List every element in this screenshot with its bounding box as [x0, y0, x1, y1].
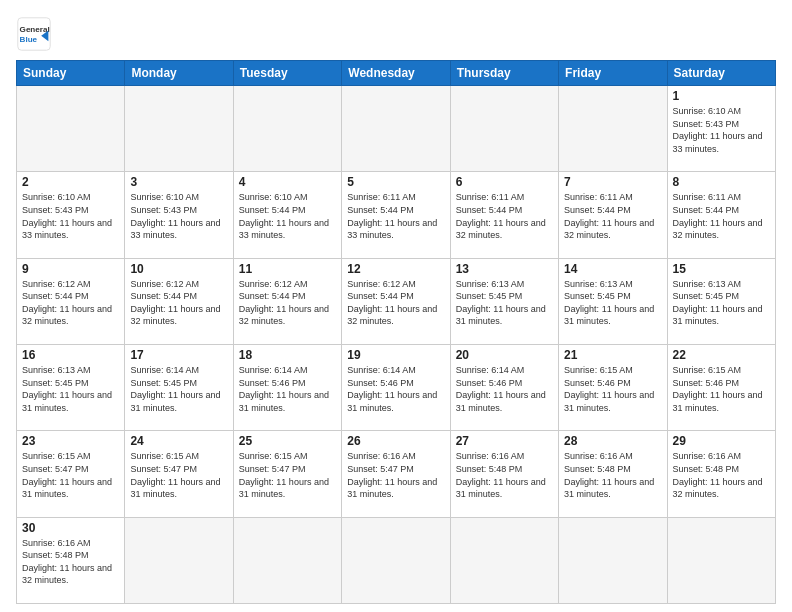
- logo-icon: General Blue: [16, 16, 52, 52]
- day-cell: 18Sunrise: 6:14 AM Sunset: 5:46 PM Dayli…: [233, 344, 341, 430]
- week-row-1: 2Sunrise: 6:10 AM Sunset: 5:43 PM Daylig…: [17, 172, 776, 258]
- day-number: 18: [239, 348, 336, 362]
- calendar-page: General Blue SundayMondayTuesdayWednesda…: [0, 0, 792, 612]
- day-cell: [667, 517, 775, 603]
- day-number: 13: [456, 262, 553, 276]
- day-cell: [450, 86, 558, 172]
- day-cell: 1Sunrise: 6:10 AM Sunset: 5:43 PM Daylig…: [667, 86, 775, 172]
- day-info: Sunrise: 6:10 AM Sunset: 5:43 PM Dayligh…: [22, 191, 119, 241]
- header-cell-monday: Monday: [125, 61, 233, 86]
- header-row: SundayMondayTuesdayWednesdayThursdayFrid…: [17, 61, 776, 86]
- day-cell: 11Sunrise: 6:12 AM Sunset: 5:44 PM Dayli…: [233, 258, 341, 344]
- day-cell: 27Sunrise: 6:16 AM Sunset: 5:48 PM Dayli…: [450, 431, 558, 517]
- day-cell: [233, 517, 341, 603]
- day-number: 16: [22, 348, 119, 362]
- day-cell: [17, 86, 125, 172]
- day-info: Sunrise: 6:14 AM Sunset: 5:46 PM Dayligh…: [239, 364, 336, 414]
- week-row-3: 16Sunrise: 6:13 AM Sunset: 5:45 PM Dayli…: [17, 344, 776, 430]
- day-info: Sunrise: 6:12 AM Sunset: 5:44 PM Dayligh…: [130, 278, 227, 328]
- day-number: 30: [22, 521, 119, 535]
- day-info: Sunrise: 6:16 AM Sunset: 5:48 PM Dayligh…: [456, 450, 553, 500]
- day-cell: 5Sunrise: 6:11 AM Sunset: 5:44 PM Daylig…: [342, 172, 450, 258]
- day-cell: [450, 517, 558, 603]
- day-cell: 28Sunrise: 6:16 AM Sunset: 5:48 PM Dayli…: [559, 431, 667, 517]
- day-cell: [125, 86, 233, 172]
- day-number: 2: [22, 175, 119, 189]
- day-info: Sunrise: 6:16 AM Sunset: 5:48 PM Dayligh…: [564, 450, 661, 500]
- day-number: 3: [130, 175, 227, 189]
- day-cell: 3Sunrise: 6:10 AM Sunset: 5:43 PM Daylig…: [125, 172, 233, 258]
- logo: General Blue: [16, 16, 58, 52]
- day-cell: 30Sunrise: 6:16 AM Sunset: 5:48 PM Dayli…: [17, 517, 125, 603]
- day-info: Sunrise: 6:13 AM Sunset: 5:45 PM Dayligh…: [22, 364, 119, 414]
- day-cell: [559, 86, 667, 172]
- header-cell-tuesday: Tuesday: [233, 61, 341, 86]
- day-cell: 14Sunrise: 6:13 AM Sunset: 5:45 PM Dayli…: [559, 258, 667, 344]
- day-cell: 20Sunrise: 6:14 AM Sunset: 5:46 PM Dayli…: [450, 344, 558, 430]
- day-info: Sunrise: 6:12 AM Sunset: 5:44 PM Dayligh…: [347, 278, 444, 328]
- day-number: 25: [239, 434, 336, 448]
- day-cell: 12Sunrise: 6:12 AM Sunset: 5:44 PM Dayli…: [342, 258, 450, 344]
- day-cell: 16Sunrise: 6:13 AM Sunset: 5:45 PM Dayli…: [17, 344, 125, 430]
- day-cell: [125, 517, 233, 603]
- day-number: 19: [347, 348, 444, 362]
- day-cell: 15Sunrise: 6:13 AM Sunset: 5:45 PM Dayli…: [667, 258, 775, 344]
- day-number: 17: [130, 348, 227, 362]
- day-number: 5: [347, 175, 444, 189]
- day-number: 1: [673, 89, 770, 103]
- svg-text:Blue: Blue: [20, 35, 38, 44]
- day-cell: 21Sunrise: 6:15 AM Sunset: 5:46 PM Dayli…: [559, 344, 667, 430]
- day-number: 6: [456, 175, 553, 189]
- day-info: Sunrise: 6:12 AM Sunset: 5:44 PM Dayligh…: [22, 278, 119, 328]
- day-number: 29: [673, 434, 770, 448]
- day-cell: 2Sunrise: 6:10 AM Sunset: 5:43 PM Daylig…: [17, 172, 125, 258]
- day-number: 20: [456, 348, 553, 362]
- day-info: Sunrise: 6:15 AM Sunset: 5:47 PM Dayligh…: [239, 450, 336, 500]
- day-number: 24: [130, 434, 227, 448]
- day-cell: [559, 517, 667, 603]
- day-cell: 25Sunrise: 6:15 AM Sunset: 5:47 PM Dayli…: [233, 431, 341, 517]
- day-number: 15: [673, 262, 770, 276]
- day-number: 12: [347, 262, 444, 276]
- day-number: 11: [239, 262, 336, 276]
- day-cell: [342, 517, 450, 603]
- day-cell: [342, 86, 450, 172]
- day-cell: 29Sunrise: 6:16 AM Sunset: 5:48 PM Dayli…: [667, 431, 775, 517]
- day-info: Sunrise: 6:16 AM Sunset: 5:48 PM Dayligh…: [673, 450, 770, 500]
- day-info: Sunrise: 6:15 AM Sunset: 5:46 PM Dayligh…: [673, 364, 770, 414]
- day-number: 14: [564, 262, 661, 276]
- day-info: Sunrise: 6:15 AM Sunset: 5:47 PM Dayligh…: [130, 450, 227, 500]
- week-row-5: 30Sunrise: 6:16 AM Sunset: 5:48 PM Dayli…: [17, 517, 776, 603]
- day-info: Sunrise: 6:16 AM Sunset: 5:47 PM Dayligh…: [347, 450, 444, 500]
- day-cell: 17Sunrise: 6:14 AM Sunset: 5:45 PM Dayli…: [125, 344, 233, 430]
- day-info: Sunrise: 6:13 AM Sunset: 5:45 PM Dayligh…: [456, 278, 553, 328]
- day-info: Sunrise: 6:14 AM Sunset: 5:45 PM Dayligh…: [130, 364, 227, 414]
- header-cell-sunday: Sunday: [17, 61, 125, 86]
- day-number: 26: [347, 434, 444, 448]
- day-info: Sunrise: 6:10 AM Sunset: 5:43 PM Dayligh…: [673, 105, 770, 155]
- day-info: Sunrise: 6:13 AM Sunset: 5:45 PM Dayligh…: [673, 278, 770, 328]
- day-info: Sunrise: 6:16 AM Sunset: 5:48 PM Dayligh…: [22, 537, 119, 587]
- day-number: 23: [22, 434, 119, 448]
- header-cell-friday: Friday: [559, 61, 667, 86]
- day-number: 10: [130, 262, 227, 276]
- day-info: Sunrise: 6:11 AM Sunset: 5:44 PM Dayligh…: [347, 191, 444, 241]
- header: General Blue: [16, 16, 776, 52]
- day-cell: 26Sunrise: 6:16 AM Sunset: 5:47 PM Dayli…: [342, 431, 450, 517]
- day-info: Sunrise: 6:15 AM Sunset: 5:47 PM Dayligh…: [22, 450, 119, 500]
- day-number: 9: [22, 262, 119, 276]
- day-number: 28: [564, 434, 661, 448]
- day-cell: 19Sunrise: 6:14 AM Sunset: 5:46 PM Dayli…: [342, 344, 450, 430]
- header-cell-wednesday: Wednesday: [342, 61, 450, 86]
- day-info: Sunrise: 6:12 AM Sunset: 5:44 PM Dayligh…: [239, 278, 336, 328]
- day-info: Sunrise: 6:15 AM Sunset: 5:46 PM Dayligh…: [564, 364, 661, 414]
- day-number: 7: [564, 175, 661, 189]
- day-number: 27: [456, 434, 553, 448]
- day-info: Sunrise: 6:11 AM Sunset: 5:44 PM Dayligh…: [456, 191, 553, 241]
- week-row-4: 23Sunrise: 6:15 AM Sunset: 5:47 PM Dayli…: [17, 431, 776, 517]
- day-info: Sunrise: 6:11 AM Sunset: 5:44 PM Dayligh…: [564, 191, 661, 241]
- calendar-table: SundayMondayTuesdayWednesdayThursdayFrid…: [16, 60, 776, 604]
- day-cell: 6Sunrise: 6:11 AM Sunset: 5:44 PM Daylig…: [450, 172, 558, 258]
- day-cell: 8Sunrise: 6:11 AM Sunset: 5:44 PM Daylig…: [667, 172, 775, 258]
- day-cell: 9Sunrise: 6:12 AM Sunset: 5:44 PM Daylig…: [17, 258, 125, 344]
